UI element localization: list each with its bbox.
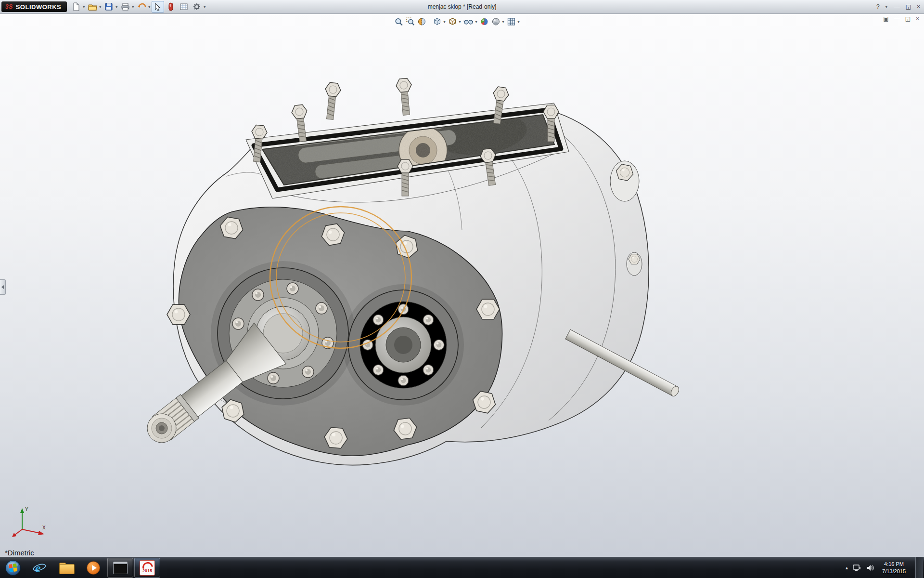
stud-bolt[interactable] xyxy=(322,82,342,120)
select-button[interactable] xyxy=(152,1,164,13)
save-floppy-icon xyxy=(104,2,113,11)
zoom-to-area-button[interactable] xyxy=(405,16,415,27)
taskbar-item-internet-explorer[interactable]: e xyxy=(26,558,52,578)
flange-bolt[interactable] xyxy=(423,365,434,375)
view-settings-button[interactable] xyxy=(506,16,516,27)
undo-button[interactable] xyxy=(135,1,148,13)
triad-x-label: X xyxy=(42,525,46,530)
chevron-left-icon xyxy=(1,285,4,289)
flange-bolt[interactable] xyxy=(232,318,244,329)
flange-bolt[interactable] xyxy=(302,366,314,378)
flange-bolt[interactable] xyxy=(252,289,264,301)
select-cursor-icon xyxy=(154,3,161,11)
section-view-button[interactable] xyxy=(416,16,427,27)
main-toolbar: ▾ ▾ ▾ ▾ ▾ ▾ xyxy=(70,1,206,13)
display-style-icon xyxy=(448,17,457,26)
windows-taskbar: e 2015 ▴ 4:16 PM 7/13/2015 xyxy=(0,557,924,578)
featuremanager-flyout-tab[interactable] xyxy=(0,279,6,295)
flange-bolt[interactable] xyxy=(287,283,298,294)
hide-show-items-button[interactable] xyxy=(462,16,474,27)
flange-bolt[interactable] xyxy=(423,315,434,325)
doc-minimize-button[interactable]: — xyxy=(894,15,900,22)
restore-button[interactable]: ◱ xyxy=(906,3,911,10)
network-icon[interactable] xyxy=(853,564,861,572)
solidworks-window: 3S SOLIDWORKS ▾ ▾ ▾ ▾ ▾ xyxy=(0,0,924,578)
start-button[interactable] xyxy=(0,557,26,578)
undo-arrow-icon xyxy=(137,2,146,11)
flange-bolt[interactable] xyxy=(398,304,409,315)
window-title: menjac sklop * [Read-only] xyxy=(428,3,497,10)
chevron-down-icon[interactable]: ▾ xyxy=(502,20,504,24)
xpress-capsule-icon xyxy=(168,2,174,11)
solidworks-year-label: 2015 xyxy=(142,569,152,573)
internet-explorer-icon: e xyxy=(32,561,47,575)
open-folder-icon xyxy=(88,2,97,11)
window-controls: ? ▾ — ◱ × xyxy=(876,0,920,13)
taskbar-item-solidworks[interactable]: 2015 xyxy=(134,558,160,578)
flange-bolt[interactable] xyxy=(373,315,384,325)
doc-close-button[interactable]: × xyxy=(916,15,919,22)
new-document-icon xyxy=(72,2,80,11)
open-button[interactable] xyxy=(86,1,99,13)
taskbar-clock[interactable]: 4:16 PM 7/13/2015 xyxy=(879,561,909,575)
view-orientation-button[interactable] xyxy=(432,16,442,27)
gearbox-model[interactable] xyxy=(0,13,924,557)
xpress-products-button[interactable] xyxy=(165,1,177,13)
new-document-button[interactable] xyxy=(70,1,82,13)
chevron-down-icon[interactable]: ▾ xyxy=(148,5,150,9)
view-settings-grid-icon xyxy=(507,17,515,26)
windows-orb-icon xyxy=(5,560,21,576)
flange-bolt[interactable] xyxy=(268,372,279,384)
graphics-area[interactable]: ▾ ▾ ▾ ▾ ▾ ▣ — ◱ × xyxy=(0,13,924,557)
zoom-to-fit-button[interactable] xyxy=(393,16,404,27)
solidworks-logo[interactable]: 3S SOLIDWORKS xyxy=(1,1,67,12)
options-button[interactable] xyxy=(191,1,203,13)
view-cube-icon xyxy=(433,17,441,26)
chevron-down-icon[interactable]: ▾ xyxy=(517,20,519,24)
taskbar-item-media-player[interactable] xyxy=(80,558,106,578)
printer-icon xyxy=(121,2,130,11)
volume-icon[interactable] xyxy=(866,564,874,572)
chevron-down-icon[interactable]: ▾ xyxy=(886,5,887,9)
glasses-icon xyxy=(463,18,473,26)
edit-appearance-button[interactable] xyxy=(479,16,489,27)
clock-date: 7/13/2015 xyxy=(882,568,906,575)
close-button[interactable]: × xyxy=(917,3,920,10)
stud-bolt[interactable] xyxy=(396,78,414,116)
gear-icon xyxy=(192,2,201,11)
folder-icon xyxy=(59,563,74,573)
minimize-button[interactable]: — xyxy=(894,3,900,10)
chevron-down-icon[interactable]: ▾ xyxy=(459,20,461,24)
chevron-down-icon[interactable]: ▾ xyxy=(116,5,117,9)
doc-cascade-button[interactable]: ▣ xyxy=(883,15,888,22)
flange-bolt[interactable] xyxy=(316,302,327,314)
chevron-down-icon[interactable]: ▾ xyxy=(83,5,85,9)
scene-ball-icon xyxy=(491,17,500,26)
reference-triad: Y X xyxy=(12,504,49,539)
flange-bolt[interactable] xyxy=(398,375,409,386)
taskbar-item-command-prompt[interactable] xyxy=(107,558,133,578)
chevron-down-icon[interactable]: ▾ xyxy=(204,5,205,9)
bearing-cover-flange[interactable] xyxy=(348,290,458,400)
media-player-icon xyxy=(87,561,100,575)
flange-bolt[interactable] xyxy=(373,365,384,375)
command-prompt-icon xyxy=(113,562,128,574)
flange-bolt[interactable] xyxy=(434,340,444,350)
show-desktop-button[interactable] xyxy=(915,557,923,578)
save-button[interactable] xyxy=(103,1,115,13)
help-button[interactable]: ? xyxy=(876,3,880,10)
print-button[interactable] xyxy=(119,1,131,13)
taskbar-item-explorer[interactable] xyxy=(53,558,79,578)
hidden-icons-button[interactable]: ▴ xyxy=(846,565,848,570)
chevron-down-icon[interactable]: ▾ xyxy=(475,20,477,24)
apply-scene-button[interactable] xyxy=(490,16,501,27)
document-window-controls: ▣ — ◱ × xyxy=(883,15,919,22)
section-view-icon xyxy=(417,17,426,26)
chevron-down-icon[interactable]: ▾ xyxy=(443,20,445,24)
display-style-button[interactable] xyxy=(447,16,458,27)
sketch-sheet-icon xyxy=(180,2,188,11)
sketch-button[interactable] xyxy=(178,1,190,13)
chevron-down-icon[interactable]: ▾ xyxy=(99,5,101,9)
doc-restore-button[interactable]: ◱ xyxy=(905,15,911,22)
chevron-down-icon[interactable]: ▾ xyxy=(132,5,134,9)
